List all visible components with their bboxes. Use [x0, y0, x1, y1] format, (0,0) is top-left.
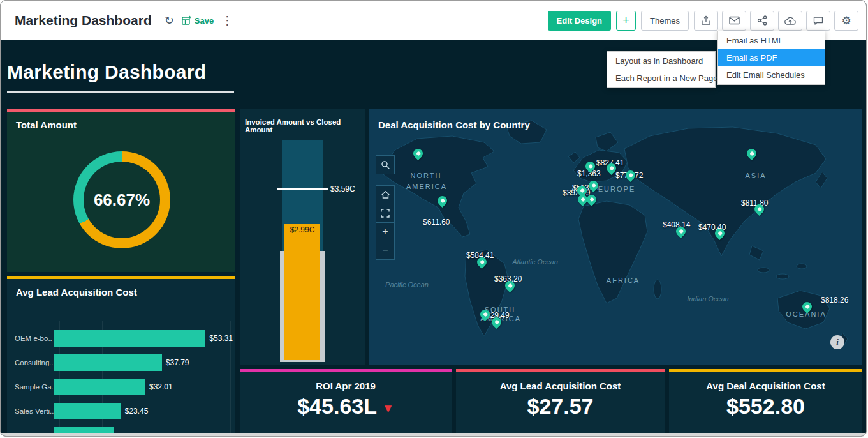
value-label: $23.45 [125, 407, 149, 416]
widget-invoiced-vs-closed: Invoiced Amount vs Closed Amount $3.59C … [240, 109, 365, 365]
refresh-icon: ↻ [165, 14, 174, 27]
window-bottom-edge [1, 433, 866, 436]
email-button[interactable] [722, 11, 746, 31]
menu-item[interactable]: Email as HTML [718, 32, 825, 49]
world-map[interactable]: + − i NORTHAMERICAEUROPEASIAAFRICASOUTHA… [369, 112, 862, 365]
kpi-title: Avg Deal Acquisition Cost [669, 381, 862, 391]
gear-icon: ⚙ [841, 15, 851, 26]
value-label: $32.01 [149, 382, 173, 391]
email-menu: Email as HTMLEmail as PDFEdit Email Sche… [717, 31, 825, 85]
bar[interactable] [54, 354, 162, 371]
bar-track: $53.31 [54, 330, 233, 347]
bar[interactable] [54, 379, 145, 395]
kpi-title: ROI Apr 2019 [240, 381, 452, 391]
category-label: Consulting.. [15, 359, 54, 366]
cloud-upload-icon [784, 16, 796, 26]
kpi-card: ROI Apr 2019$45.63L▼ [240, 369, 452, 433]
continent-label: NORTH [411, 172, 442, 179]
kpi-number: $552.80 [726, 394, 805, 418]
map-home-button[interactable] [376, 185, 395, 204]
kpi-card: Avg Lead Acquisition Cost$27.57 [456, 369, 665, 433]
kpi-title: Avg Lead Acquisition Cost [456, 381, 665, 391]
widget-title: Invoiced Amount vs Closed Amount [240, 112, 365, 133]
kpi-value: $552.80 [669, 394, 862, 419]
map-zoom-out-button[interactable]: − [376, 241, 395, 260]
closed-amount-bar[interactable] [284, 224, 320, 360]
kebab-icon: ⋮ [221, 14, 233, 27]
bar[interactable] [54, 330, 205, 347]
share-button[interactable] [750, 11, 774, 31]
refresh-button[interactable]: ↻ [161, 13, 178, 27]
save-label: Save [195, 16, 214, 26]
ocean-label: Indian Ocean [687, 295, 728, 303]
cloud-upload-button[interactable] [778, 11, 802, 31]
continent-label: AFRICA [607, 276, 640, 284]
kpi-number: $27.57 [527, 394, 594, 418]
map-search-button[interactable] [376, 155, 395, 174]
bar[interactable] [54, 427, 114, 433]
themes-button[interactable]: Themes [641, 11, 689, 31]
save-icon [182, 15, 192, 26]
category-label: Sales Verti.. [15, 407, 54, 415]
trend-down-icon: ▼ [382, 402, 394, 415]
fit-screen-icon [381, 209, 390, 218]
bar-track [54, 427, 233, 433]
widget-deal-map: Deal Acquisition Cost by Country [369, 109, 862, 365]
app-window: Marketing Dashboard ↻ Save ⋮ Edit Design… [0, 0, 867, 437]
target-value-label: $3.59C [330, 185, 355, 193]
continent-label: EUROPE [598, 185, 635, 193]
bar-row: Sample Ga..$32.01 [15, 375, 233, 399]
target-line [277, 188, 328, 190]
pin-value-label: $611.60 [423, 218, 450, 227]
comment-button[interactable] [806, 11, 830, 31]
continents-graphic [369, 112, 862, 365]
settings-button[interactable]: ⚙ [834, 11, 858, 31]
widget-title: Total Amount [7, 112, 235, 130]
menu-item[interactable]: Edit Email Schedules [718, 66, 825, 84]
widget-total-amount: Total Amount 66.67% [7, 109, 235, 272]
map-controls: + − [376, 155, 395, 259]
widget-title: Deal Acquisition Cost by Country [369, 112, 862, 130]
add-report-button[interactable]: + [616, 11, 636, 31]
value-label: $37.79 [166, 358, 189, 367]
map-fit-button[interactable] [376, 204, 395, 223]
value-label: $53.31 [209, 334, 233, 343]
save-button[interactable]: Save [178, 14, 217, 27]
bar-track: $32.01 [54, 379, 233, 395]
dashboard-canvas: Marketing Dashboard Total Amount 66.67% … [1, 40, 866, 433]
bar-row [15, 423, 233, 433]
kpi-number: $45.63L [297, 394, 377, 418]
email-icon [729, 16, 740, 25]
widget-title: Avg Lead Acquisition Cost [7, 279, 235, 298]
ocean-label: Atlantic Ocean [512, 258, 558, 266]
bar-row: Consulting..$37.79 [15, 351, 233, 375]
kpi-value: $27.57 [456, 394, 665, 419]
donut-chart[interactable]: 66.67% [73, 151, 170, 248]
info-icon[interactable]: i [830, 335, 844, 349]
bar-row: Sales Verti..$23.45 [15, 399, 233, 423]
bar-track: $23.45 [54, 403, 233, 419]
bar-chart: OEM e-bo..$53.31Consulting..$37.79Sample… [15, 326, 233, 433]
category-label: Sample Ga.. [15, 383, 54, 391]
widget-avg-lead-cost: Avg Lead Acquisition Cost OEM e-bo..$53.… [7, 276, 235, 433]
window-title: Marketing Dashboard [15, 13, 152, 28]
bar-track: $37.79 [54, 354, 233, 371]
actual-value-label: $2.99C [284, 225, 320, 234]
export-icon [701, 15, 711, 26]
pin-value-label: $818.26 [821, 296, 848, 305]
export-button[interactable] [694, 11, 718, 31]
bar-row: OEM e-bo..$53.31 [15, 326, 233, 351]
more-menu-button[interactable]: ⋮ [217, 13, 237, 27]
search-icon [381, 160, 390, 170]
menu-item[interactable]: Layout as in Dashboard [607, 52, 715, 70]
share-icon [757, 15, 767, 26]
kpi-card: Avg Deal Acquisition Cost$552.80 [669, 369, 862, 433]
menu-item[interactable]: Email as PDF [718, 49, 825, 66]
continent-label: AMERICA [406, 183, 447, 190]
map-zoom-in-button[interactable]: + [376, 222, 395, 241]
menu-item[interactable]: Each Report in a New Page [607, 70, 715, 87]
edit-design-button[interactable]: Edit Design [548, 11, 612, 31]
continent-label: ASIA [745, 172, 766, 179]
comment-icon [813, 16, 823, 26]
bar[interactable] [54, 403, 121, 419]
